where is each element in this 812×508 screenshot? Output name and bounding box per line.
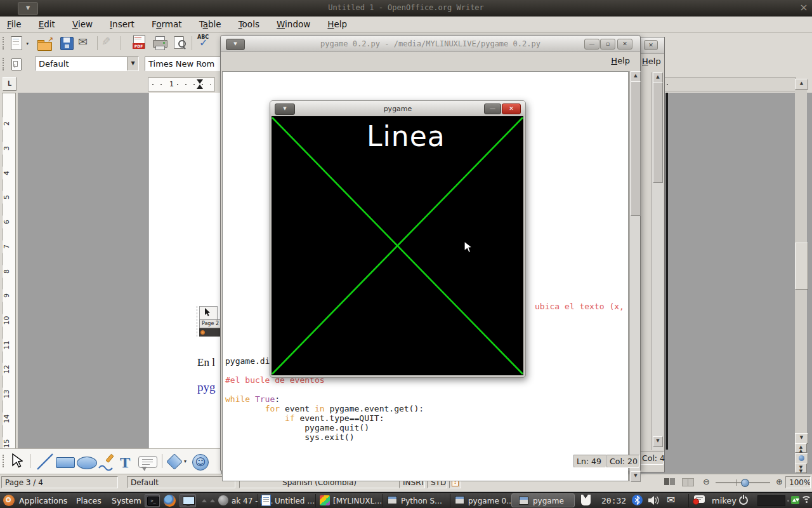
menu-view[interactable]: View xyxy=(65,17,100,32)
zoom-slider-thumb[interactable] xyxy=(741,479,749,487)
menu-table[interactable]: Table xyxy=(192,17,228,32)
menu-places[interactable]: Places xyxy=(76,496,102,505)
menu-tools[interactable]: Tools xyxy=(232,17,266,32)
scroll-up-icon[interactable]: ▲ xyxy=(631,71,641,82)
terminal-launcher[interactable]: >_ xyxy=(145,494,160,507)
paragraph-style-combobox[interactable]: Default ▼ xyxy=(35,57,139,71)
menu-edit[interactable]: Edit xyxy=(32,17,62,32)
help-menu[interactable]: Help xyxy=(611,56,630,65)
writer-document-icon[interactable] xyxy=(261,495,271,506)
firefox-icon[interactable] xyxy=(164,495,176,507)
maximize-icon[interactable]: ▫ xyxy=(600,39,615,50)
editor-vertical-scrollbar[interactable]: ▲ ▼ xyxy=(629,71,640,481)
bluetooth-icon[interactable] xyxy=(632,495,643,505)
scroll-down-icon[interactable]: ▼ xyxy=(795,433,808,444)
edit-file-button[interactable]: ✎ xyxy=(102,35,110,48)
rectangle-tool-icon[interactable] xyxy=(56,457,75,468)
chat-icon[interactable] xyxy=(694,495,705,503)
writer-window-title: Untitled 1 - OpenOffice.org Writer xyxy=(0,3,812,12)
display-launcher[interactable] xyxy=(180,494,196,507)
spellcheck-button[interactable]: ABC ✓ xyxy=(197,34,216,52)
menu-format[interactable]: Format xyxy=(145,17,189,32)
print-button[interactable] xyxy=(152,36,169,51)
scroll-up-icon[interactable]: ▲ xyxy=(795,79,808,90)
previous-page-icon[interactable]: ▲▲ xyxy=(795,443,807,453)
task-button[interactable]: Python S… xyxy=(401,497,442,505)
network-update-icon[interactable] xyxy=(791,496,799,504)
ellipse-tool-icon[interactable] xyxy=(77,457,97,469)
next-page-icon[interactable]: ▼▼ xyxy=(795,464,807,473)
tab-stop-selector[interactable]: L xyxy=(3,77,16,91)
notification-arrow-icon[interactable] xyxy=(202,499,207,502)
menu-insert[interactable]: Insert xyxy=(103,17,141,32)
back-scrollbar[interactable]: ▲ ▼ xyxy=(652,72,663,450)
notification-arrow-icon[interactable] xyxy=(210,499,215,502)
scrollbar-thumb[interactable] xyxy=(653,82,663,183)
close-icon[interactable]: ✕ xyxy=(617,39,632,50)
font-name-combobox[interactable]: Times New Rom xyxy=(145,57,221,71)
pygame-titlebar[interactable]: ▼ pygame — ✕ xyxy=(270,101,525,116)
document-page[interactable] xyxy=(148,93,221,450)
page-preview-button[interactable] xyxy=(173,36,189,51)
new-document-button[interactable]: ▾ xyxy=(10,36,29,51)
power-icon[interactable] xyxy=(739,495,749,505)
clock[interactable]: 20:32 xyxy=(601,496,626,505)
close-icon[interactable]: ✕ xyxy=(502,104,521,114)
task-button[interactable]: pygame 0.… xyxy=(468,497,516,505)
app-orb-icon[interactable] xyxy=(218,495,228,505)
zoom-in-icon[interactable]: ⊕ xyxy=(776,477,783,486)
zoom-out-icon[interactable]: ⊖ xyxy=(703,477,710,486)
zoom-slider[interactable]: ⊖ ⊕ xyxy=(703,476,783,488)
image-viewer-icon[interactable] xyxy=(320,495,330,505)
styles-button[interactable] xyxy=(9,57,23,71)
smiley-shapes-icon[interactable]: ☺ xyxy=(192,454,209,471)
status-page[interactable]: Page 3 / 4 xyxy=(1,476,118,488)
select-arrow-icon[interactable] xyxy=(11,453,23,469)
freeform-line-tool-icon[interactable] xyxy=(98,453,117,472)
new-document-dropdown-icon[interactable]: ▾ xyxy=(26,41,29,46)
status-zoom-level[interactable]: 100% xyxy=(785,476,811,488)
toolbar-grip[interactable] xyxy=(3,58,6,70)
toolbar-grip[interactable] xyxy=(3,37,6,50)
callout-tool-icon[interactable] xyxy=(138,456,157,468)
line-tool-icon[interactable] xyxy=(36,453,54,471)
menu-file[interactable]: File xyxy=(0,17,29,32)
user-menu[interactable]: mikey xyxy=(712,496,737,505)
toolbar-grip[interactable] xyxy=(3,455,6,467)
open-button[interactable]: ↗ xyxy=(37,36,53,51)
scroll-down-icon[interactable]: ▼ xyxy=(653,436,663,447)
writer-vertical-scrollbar[interactable]: ▲ ▼ ▲▲ ▼▼ xyxy=(795,79,807,472)
clipboard-tray-icon[interactable] xyxy=(581,495,591,505)
scrollbar-thumb[interactable] xyxy=(631,81,641,216)
close-icon[interactable]: × xyxy=(798,1,809,14)
scroll-down-icon[interactable]: ▼ xyxy=(631,471,641,482)
help-menu[interactable]: Help xyxy=(642,57,661,66)
editor-titlebar[interactable]: ▼ pygame 0.2.py - /media/MYLINUXLIVE/pyg… xyxy=(221,36,640,52)
basic-shapes-icon[interactable] xyxy=(166,453,182,469)
export-pdf-button[interactable]: PDF xyxy=(132,35,147,51)
ubuntu-logo-icon[interactable] xyxy=(3,495,15,506)
navigation-dot-icon[interactable] xyxy=(795,453,808,464)
menu-help[interactable]: Help xyxy=(320,17,354,32)
status-page-style[interactable]: Default xyxy=(127,476,235,488)
minimize-icon[interactable]: — xyxy=(584,39,599,50)
volume-icon[interactable] xyxy=(648,495,660,508)
indent-marker-top[interactable] xyxy=(197,79,203,84)
mail-icon[interactable]: ✉ xyxy=(667,494,675,506)
wifi-icon[interactable] xyxy=(801,496,811,505)
email-button[interactable]: ✉ xyxy=(78,35,88,48)
chevron-down-icon[interactable]: ▼ xyxy=(127,57,138,70)
scrollbar-thumb[interactable] xyxy=(795,243,808,290)
task-button-active[interactable]: pygame xyxy=(511,493,575,507)
task-button[interactable]: Untitled … xyxy=(275,497,315,505)
text-tool-icon[interactable]: T xyxy=(120,454,130,471)
close-icon[interactable]: ✕ xyxy=(644,40,658,50)
indent-marker-bottom[interactable] xyxy=(197,84,203,89)
minimize-icon[interactable]: — xyxy=(484,104,501,114)
menu-applications[interactable]: Applications xyxy=(19,496,67,505)
menu-system[interactable]: System xyxy=(112,496,141,505)
task-button[interactable]: [MYLINUXL… xyxy=(333,497,382,505)
menu-window[interactable]: Window xyxy=(270,17,317,32)
chevron-down-icon[interactable]: ▾ xyxy=(184,458,187,464)
save-button[interactable] xyxy=(60,36,75,51)
